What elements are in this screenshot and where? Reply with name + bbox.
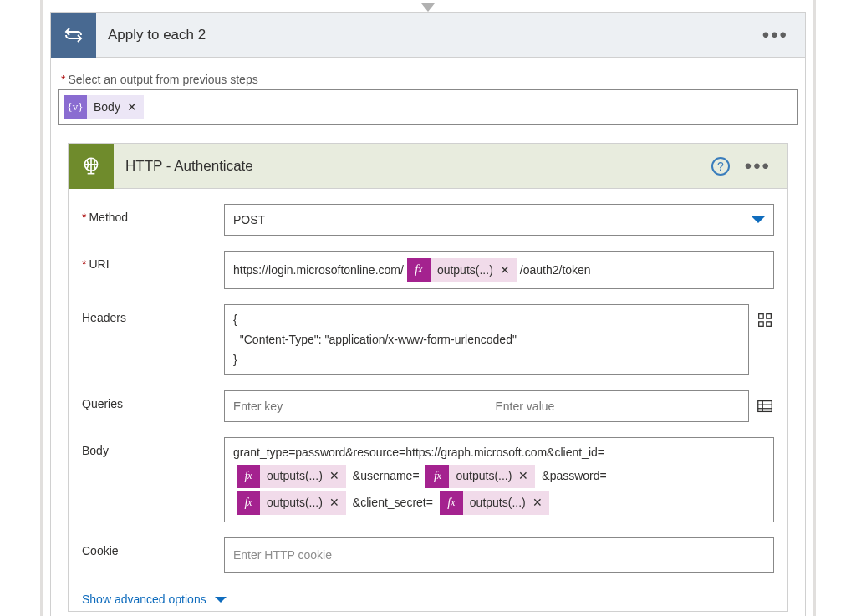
fx-icon: fx [407,258,431,282]
body-token-label: Body [94,100,120,114]
body-label: Body [82,437,224,457]
http-authenticate-title: HTTP - Authenticate [114,158,711,175]
body-fx-token-clientid[interactable]: fx outputs(...) ✕ [237,465,346,488]
uri-label: *URI [82,251,224,271]
http-globe-icon [69,144,114,189]
headers-switch-mode-icon[interactable] [756,311,774,329]
svg-rect-4 [767,314,772,319]
apply-to-each-header[interactable]: Apply to each 2 ••• [51,13,805,58]
body-seg-username: &username= [353,469,420,482]
help-icon[interactable]: ? [711,157,730,176]
body-token-remove[interactable]: ✕ [127,100,137,114]
fx-remove[interactable]: ✕ [329,466,339,486]
svg-rect-6 [767,322,772,327]
uri-fx-token[interactable]: fx outputs(...) ✕ [407,258,517,282]
body-token[interactable]: {v} Body ✕ [64,95,144,119]
body-fx-token-clientsecret[interactable]: fx outputs(...) ✕ [440,491,549,515]
fx-icon: fx [237,491,260,515]
http-authenticate-card: HTTP - Authenticate ? ••• *Method POST [68,143,788,612]
fx-icon: fx [237,465,260,488]
cookie-input[interactable]: Enter HTTP cookie [224,537,774,573]
http-authenticate-body: *Method POST *URI htt [69,189,787,611]
apply-to-each-title: Apply to each 2 [96,27,762,43]
connector-arrow-icon [421,3,435,12]
queries-label: Queries [82,390,224,410]
body-text-1: grant_type=password&resource=https://gra… [233,445,604,459]
fx-remove[interactable]: ✕ [329,493,339,513]
uri-input[interactable]: https://login.microsoftonline.com/ fx ou… [224,251,774,289]
show-advanced-options-link[interactable]: Show advanced options [82,593,227,606]
chevron-down-icon [752,216,765,223]
uri-prefix-text: https://login.microsoftonline.com/ [233,258,404,282]
method-select[interactable]: POST [224,204,774,236]
uri-suffix-text: /oauth2/token [520,258,591,282]
queries-value-input[interactable] [487,390,750,422]
chevron-down-icon [215,597,227,603]
apply-to-each-body: *Select an output from previous steps {v… [51,58,805,616]
apply-to-each-menu-button[interactable]: ••• [762,25,788,45]
cookie-label: Cookie [82,537,224,557]
body-fx-token-username[interactable]: fx outputs(...) ✕ [425,465,535,488]
fx-icon: fx [425,465,449,488]
container-border-left [40,0,43,616]
select-output-label: *Select an output from previous steps [58,73,798,86]
dynamic-content-icon: {v} [64,95,87,119]
cookie-placeholder: Enter HTTP cookie [233,543,332,567]
headers-input[interactable]: { "Content-Type": "application/x-www-for… [224,304,749,375]
queries-key-input[interactable] [224,390,487,422]
queries-kv-row [224,390,749,422]
body-fx-token-password[interactable]: fx outputs(...) ✕ [237,491,346,515]
svg-rect-3 [759,314,764,319]
headers-text: { "Content-Type": "application/x-www-for… [233,310,740,369]
method-label: *Method [82,204,224,224]
http-authenticate-header[interactable]: HTTP - Authenticate ? ••• [69,144,787,189]
loop-icon [51,13,96,58]
queries-switch-mode-icon[interactable] [756,397,774,415]
svg-rect-7 [758,401,772,412]
http-menu-button[interactable]: ••• [745,156,771,176]
uri-fx-remove[interactable]: ✕ [500,258,510,282]
method-value: POST [233,213,265,227]
fx-remove[interactable]: ✕ [532,493,543,513]
select-output-input[interactable]: {v} Body ✕ [58,89,798,125]
container-border-right [813,0,816,616]
headers-label: Headers [82,304,224,324]
body-input[interactable]: grant_type=password&resource=https://gra… [224,437,774,522]
fx-icon: fx [440,491,463,515]
apply-to-each-card: Apply to each 2 ••• *Select an output fr… [50,12,806,616]
uri-fx-label: outputs(...) [437,258,493,282]
body-seg-clientsecret: &client_secret= [353,496,433,509]
flow-canvas: Apply to each 2 ••• *Select an output fr… [0,0,856,616]
fx-remove[interactable]: ✕ [518,466,528,486]
body-seg-password: &password= [542,469,606,482]
svg-rect-5 [759,322,764,327]
